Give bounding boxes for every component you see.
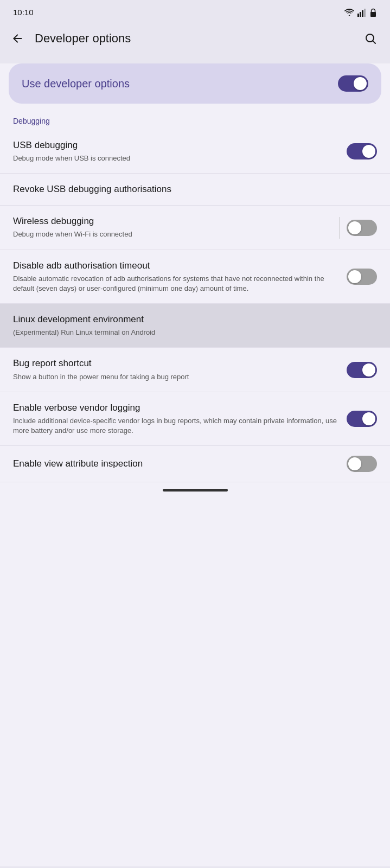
developer-options-label: Use developer options bbox=[22, 78, 130, 90]
wireless-debugging-subtitle: Debug mode when Wi-Fi is connected bbox=[13, 229, 331, 239]
usb-debugging-subtitle: Debug mode when USB is connected bbox=[13, 154, 338, 163]
nav-bar bbox=[163, 489, 228, 492]
lock-icon bbox=[369, 8, 377, 17]
toolbar-left: Developer options bbox=[9, 30, 131, 47]
status-bar: 10:10 bbox=[0, 0, 390, 22]
setting-text-view-attribute-inspection: Enable view attribute inspection bbox=[13, 458, 347, 470]
wireless-debugging-toggle[interactable] bbox=[347, 220, 377, 236]
back-arrow-icon bbox=[11, 32, 24, 45]
content: Use developer options Debugging USB debu… bbox=[0, 63, 390, 866]
section-header-debugging: Debugging bbox=[0, 104, 390, 130]
verbose-vendor-logging-subtitle: Include additional device-specific vendo… bbox=[13, 416, 338, 436]
disable-adb-timeout-toggle[interactable] bbox=[347, 269, 377, 285]
search-icon bbox=[364, 32, 377, 45]
wireless-debugging-divider bbox=[340, 217, 340, 239]
svg-rect-4 bbox=[370, 12, 376, 17]
bug-report-shortcut-subtitle: Show a button in the power menu for taki… bbox=[13, 372, 338, 382]
setting-text-usb-debugging: USB debugging Debug mode when USB is con… bbox=[13, 139, 347, 163]
disable-adb-timeout-title: Disable adb authorisation timeout bbox=[13, 260, 338, 272]
setting-item-linux-dev-env[interactable]: Linux development environment (Experimen… bbox=[0, 304, 390, 348]
setting-text-linux-dev-env: Linux development environment (Experimen… bbox=[13, 314, 377, 337]
setting-item-revoke-usb[interactable]: Revoke USB debugging authorisations bbox=[0, 174, 390, 206]
setting-item-bug-report-shortcut[interactable]: Bug report shortcut Show a button in the… bbox=[0, 348, 390, 392]
svg-rect-2 bbox=[362, 10, 363, 17]
toggle-thumb bbox=[354, 77, 367, 90]
linux-dev-env-subtitle: (Experimental) Run Linux terminal on And… bbox=[13, 328, 368, 337]
status-time: 10:10 bbox=[13, 8, 34, 17]
svg-rect-1 bbox=[360, 12, 361, 17]
svg-rect-3 bbox=[364, 9, 366, 17]
setting-item-disable-adb-timeout[interactable]: Disable adb authorisation timeout Disabl… bbox=[0, 250, 390, 304]
wireless-debugging-title: Wireless debugging bbox=[13, 215, 331, 227]
status-icons bbox=[344, 8, 377, 17]
back-button[interactable] bbox=[9, 30, 26, 47]
setting-text-revoke-usb: Revoke USB debugging authorisations bbox=[13, 183, 377, 195]
nav-indicator bbox=[0, 482, 390, 496]
usb-debugging-title: USB debugging bbox=[13, 139, 338, 151]
svg-rect-0 bbox=[357, 14, 359, 17]
search-button[interactable] bbox=[362, 30, 379, 47]
setting-text-bug-report-shortcut: Bug report shortcut Show a button in the… bbox=[13, 358, 347, 381]
setting-text-wireless-debugging: Wireless debugging Debug mode when Wi-Fi… bbox=[13, 215, 340, 239]
developer-options-toggle[interactable] bbox=[338, 75, 368, 92]
setting-text-verbose-vendor-logging: Enable verbose vendor logging Include ad… bbox=[13, 402, 347, 436]
page-title: Developer options bbox=[35, 31, 131, 46]
setting-item-wireless-debugging[interactable]: Wireless debugging Debug mode when Wi-Fi… bbox=[0, 206, 390, 250]
setting-item-view-attribute-inspection[interactable]: Enable view attribute inspection bbox=[0, 446, 390, 482]
verbose-vendor-logging-title: Enable verbose vendor logging bbox=[13, 402, 338, 414]
usb-debugging-toggle[interactable] bbox=[347, 143, 377, 159]
setting-text-disable-adb-timeout: Disable adb authorisation timeout Disabl… bbox=[13, 260, 347, 293]
view-attribute-inspection-toggle[interactable] bbox=[347, 456, 377, 472]
setting-item-verbose-vendor-logging[interactable]: Enable verbose vendor logging Include ad… bbox=[0, 392, 390, 446]
verbose-vendor-logging-toggle[interactable] bbox=[347, 411, 377, 427]
linux-dev-env-title: Linux development environment bbox=[13, 314, 368, 326]
disable-adb-timeout-subtitle: Disable automatic revocation of adb auth… bbox=[13, 274, 338, 293]
developer-options-card[interactable]: Use developer options bbox=[9, 63, 381, 104]
setting-item-usb-debugging[interactable]: USB debugging Debug mode when USB is con… bbox=[0, 130, 390, 174]
bug-report-shortcut-toggle[interactable] bbox=[347, 362, 377, 378]
toolbar: Developer options bbox=[0, 22, 390, 55]
wifi-icon bbox=[344, 9, 354, 16]
revoke-usb-title: Revoke USB debugging authorisations bbox=[13, 183, 368, 195]
view-attribute-inspection-title: Enable view attribute inspection bbox=[13, 458, 338, 470]
signal-icon bbox=[357, 8, 366, 17]
bug-report-shortcut-title: Bug report shortcut bbox=[13, 358, 338, 369]
